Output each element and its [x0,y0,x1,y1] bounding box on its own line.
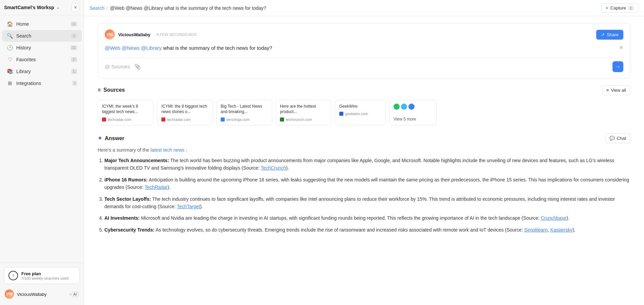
query-tag-web[interactable]: @Web [105,45,120,51]
answer-list-item: Tech Sector Layoffs: The tech industry c… [104,195,630,211]
answer-link-1[interactable]: Simplilearn [524,227,548,233]
source-card[interactable]: GeekWire geekwire.com [335,100,386,126]
free-plan-sublabel: 7/100 weekly searches used [21,276,68,280]
answer-list-item: iPhone 16 Rumors: Anticipation is buildi… [104,176,630,191]
view-all-button[interactable]: ≡ View all [602,85,630,95]
source-domain: techcrunch.com [280,117,327,122]
library-shortcut-badge: L [72,69,77,74]
answer-list-item: AI Investments: Microsoft and Nvidia are… [104,214,630,222]
source-domain: benzinga.com [221,117,268,122]
source-domain-text: techcrunch.com [286,117,312,122]
query-user-info: VW ViciousWallaby A FEW SECONDS AGO [105,29,197,40]
query-input-icons: @ Sources 📎 [105,64,141,70]
free-plan-icon: ↑ [8,271,18,280]
query-input-row: @ Sources 📎 → [105,58,623,72]
favorites-shortcut-badge: F [71,57,77,62]
answer-list: Major Tech Announcements: The tech world… [98,157,630,234]
history-shortcut-badge: G [71,45,77,50]
sidebar-item-library[interactable]: 📚 Library L [2,66,82,77]
query-header: VW ViciousWallaby A FEW SECONDS AGO ↗ Sh… [105,29,623,40]
source-card[interactable]: Here are the hottest product... techcrun… [276,100,331,126]
answer-item-bold: iPhone 16 Rumors: [104,177,148,182]
share-label: Share [607,32,619,37]
source-card[interactable]: Big Tech - Latest News and breaking... b… [216,100,272,126]
query-text-rest: what is the summary of the tech news for… [163,45,272,51]
query-card: VW ViciousWallaby A FEW SECONDS AGO ↗ Sh… [98,23,630,79]
sidebar-item-favorites[interactable]: ♡ Favorites F [2,54,82,65]
source-favicon [161,117,165,122]
sources-section: ≡ Sources ≡ View all ICYMI: the week's 8… [98,85,630,126]
workspace-chevron-icon: ⌄ [56,5,60,10]
attach-icon[interactable]: 📎 [135,64,141,70]
source-favicon [221,117,225,122]
view-all-icon: ≡ [606,88,609,93]
sidebar-close-button[interactable]: ✕ [72,3,80,12]
answer-list-item: Major Tech Announcements: The tech world… [104,157,630,172]
answer-intro: Here's a summary of the latest tech news… [98,147,630,153]
source-domain: geekwire.com [339,112,381,116]
source-favicon [339,112,343,116]
query-timestamp: A FEW SECONDS AGO [157,32,197,37]
capture-button[interactable]: + Capture C [601,3,639,13]
query-send-button[interactable]: → [612,61,623,72]
dot-green [394,104,400,110]
query-dismiss-button[interactable]: ✕ [619,44,623,51]
favorites-nav-icon: ♡ [7,57,13,63]
library-nav-label: Library [16,69,31,74]
capture-label: Capture [610,5,626,10]
source-card[interactable]: ICYMI: the week's 8 biggest tech news...… [98,100,154,126]
answer-intro-highlight: latest tech news [150,147,184,153]
breadcrumb-search-link[interactable]: Search [89,5,104,11]
search-shortcut-badge: S [71,34,77,38]
home-nav-label: Home [16,21,29,27]
view-more-text: View 5 more [394,117,432,122]
source-more-card[interactable]: View 5 more [389,100,437,126]
sources-grid: ICYMI: the week's 8 biggest tech news...… [98,100,630,126]
sources-icon-list: ≡ [98,87,101,93]
sidebar-item-search[interactable]: 🔍 Search S [2,30,82,42]
user-ai-badge[interactable]: AI [71,291,79,297]
sidebar-item-integrations[interactable]: ⊞ Integrations I [2,78,82,89]
answer-link[interactable]: Crunchbase [541,215,567,221]
source-title: Big Tech - Latest News and breaking... [221,104,268,115]
source-favicon [102,117,106,122]
source-more-icons [394,104,432,110]
answer-intro-text: Here's a summary of the [98,147,150,153]
search-nav-label: Search [16,33,31,39]
source-card[interactable]: ICYMI: the 8 biggest tech news stories o… [157,100,213,126]
user-row: VW ViciousWallaby › AI [4,287,80,301]
chat-button[interactable]: 💬 Chat [605,133,630,143]
query-tag-library[interactable]: @Library [141,45,162,51]
sidebar-item-history[interactable]: 🕐 History G [2,42,82,53]
answer-link[interactable]: TechCrunch [261,165,286,171]
content-area: VW ViciousWallaby A FEW SECONDS AGO ↗ Sh… [84,16,644,305]
favorites-nav-label: Favorites [16,57,36,62]
answer-header: ✦ Answer 💬 Chat [98,133,630,143]
query-tag-news[interactable]: @News [122,45,140,51]
home-nav-icon: 🏠 [7,21,13,27]
main-area: Search / @Web @News @Library what is the… [84,0,644,305]
view-all-label: View all [611,88,626,93]
free-plan-box: ↑ Free plan 7/100 weekly searches used [4,267,80,284]
user-chevron-icon[interactable]: › [70,292,71,297]
answer-item-bold: Tech Sector Layoffs: [104,196,151,202]
answer-link-2[interactable]: Kaspersky [550,227,572,233]
answer-item-bold: Major Tech Announcements: [104,158,169,163]
topbar: Search / @Web @News @Library what is the… [84,0,644,16]
answer-link[interactable]: TechTarget [177,204,200,209]
sources-icon[interactable]: @ Sources [105,64,130,69]
free-plan-label: Free plan [21,271,68,276]
sparkle-icon: ✦ [98,135,102,141]
chat-icon: 💬 [609,136,615,141]
search-nav-icon: 🔍 [7,33,13,39]
workspace-selector[interactable]: SmartCamel's Worksp ⌄ [4,5,60,10]
share-button[interactable]: ↗ Share [596,30,623,40]
capture-plus-icon: + [606,5,608,10]
user-name-label: ViciousWallaby [17,292,70,297]
source-title: ICYMI: the 8 biggest tech news stories o… [161,104,208,115]
history-nav-label: History [16,45,31,50]
answer-link[interactable]: TechRadar [145,184,168,190]
sidebar-item-home[interactable]: 🏠 Home H [2,18,82,30]
dot-blue [408,104,415,110]
answer-title: ✦ Answer [98,135,124,141]
